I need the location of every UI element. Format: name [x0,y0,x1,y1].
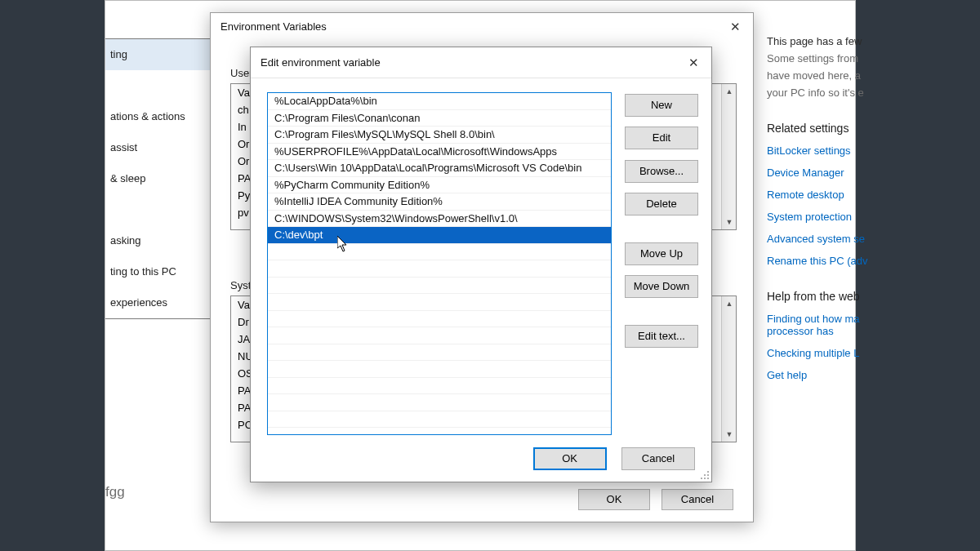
path-entry-empty[interactable] [268,294,611,311]
path-entry-empty[interactable] [268,327,611,344]
edit-text-button[interactable]: Edit text... [625,325,698,348]
path-entry-empty[interactable] [268,344,611,362]
path-entry-empty[interactable] [268,394,611,411]
close-icon[interactable]: ✕ [675,47,711,78]
path-entry[interactable]: %IntelliJ IDEA Community Edition% [268,193,611,211]
scroll-down-icon[interactable]: ▼ [722,427,737,442]
link-remote-desktop[interactable]: Remote desktop [767,189,979,201]
cancel-button[interactable]: Cancel [621,447,695,470]
path-entry-empty[interactable] [268,378,611,395]
path-entry-selected[interactable]: C:\dev\bpt [268,227,611,244]
path-entry[interactable]: C:\WINDOWS\System32\WindowsPowerShell\v1… [268,211,611,228]
intro-text: Some settings from [767,52,979,64]
settings-right-panel: This page has a few Some settings from h… [767,35,979,391]
path-entry-empty[interactable] [268,311,611,328]
move-down-button[interactable]: Move Down [625,275,698,298]
sidebar-item[interactable]: ations & actions [105,101,211,132]
path-entry-empty[interactable] [268,411,611,429]
intro-text: This page has a few [767,35,979,47]
help-header: Help from the web [767,290,979,303]
env-titlebar[interactable]: Environment Variables ✕ [211,13,753,41]
path-entry[interactable]: C:\Program Files\MySQL\MySQL Shell 8.0\b… [268,127,611,144]
scroll-up-icon[interactable]: ▲ [722,296,737,311]
path-entry-empty[interactable] [268,244,611,261]
env-cancel-button[interactable]: Cancel [662,489,733,510]
path-entry[interactable]: %USERPROFILE%\AppData\Local\Microsoft\Wi… [268,144,611,161]
ok-button[interactable]: OK [533,447,607,470]
new-button[interactable]: New [625,94,698,117]
sidebar-item[interactable] [105,194,211,225]
path-entry-empty[interactable] [268,278,611,295]
scroll-down-icon[interactable]: ▼ [722,215,737,229]
help-link[interactable]: Checking multiple L [767,347,979,359]
edit-titlebar[interactable]: Edit environment variable ✕ [251,47,711,78]
env-ok-button[interactable]: OK [578,489,650,510]
sidebar-item[interactable]: asking [105,225,211,256]
sidebar-item[interactable]: assist [105,132,211,163]
scrollbar[interactable]: ▲▼ [721,84,736,229]
env-title: Environment Variables [220,20,327,33]
edit-button[interactable]: Edit [625,127,698,149]
path-entry-empty[interactable] [268,260,611,278]
path-entry[interactable]: C:\Users\Win 10\AppData\Local\Programs\M… [268,160,611,177]
sidebar-item[interactable]: experiences [105,287,211,318]
resize-grip-icon[interactable] [698,469,710,480]
edit-environment-variable-dialog: Edit environment variable ✕ %LocalAppDat… [250,47,712,482]
link-bitlocker[interactable]: BitLocker settings [767,144,979,157]
delete-button[interactable]: Delete [625,193,698,216]
sidebar-item[interactable]: ting [105,39,211,70]
fgg-label: fgg [105,484,125,500]
intro-text: your PC info so it's e [767,87,979,99]
path-entries-list[interactable]: %LocalAppData%\bin C:\Program Files\Cona… [267,92,612,435]
sidebar-item[interactable]: ting to this PC [105,256,211,287]
close-icon[interactable]: ✕ [717,13,753,41]
link-advanced-system[interactable]: Advanced system se [767,233,979,245]
help-link[interactable]: Finding out how ma [767,313,979,325]
intro-text: have moved here, a [767,69,979,82]
edit-title: Edit environment variable [261,56,381,69]
sidebar-item[interactable] [105,70,211,101]
sidebar-item[interactable]: & sleep [105,163,211,194]
settings-sidebar: ting ations & actions assist & sleep ask… [105,38,212,319]
path-entry[interactable]: %LocalAppData%\bin [268,93,611,110]
browse-button[interactable]: Browse... [625,160,698,183]
link-device-manager[interactable]: Device Manager [767,167,979,179]
help-link[interactable]: processor has [767,325,979,337]
scrollbar[interactable]: ▲▼ [721,296,736,442]
link-system-protection[interactable]: System protection [767,211,979,223]
get-help-link[interactable]: Get help [767,369,979,381]
path-entry[interactable]: %PyCharm Community Edition% [268,177,611,194]
link-rename-pc[interactable]: Rename this PC (adv [767,255,979,267]
scroll-up-icon[interactable]: ▲ [722,84,737,99]
move-up-button[interactable]: Move Up [625,242,698,265]
path-entry-empty[interactable] [268,361,611,378]
path-entry[interactable]: C:\Program Files\Conan\conan [268,110,611,127]
related-settings-header: Related settings [767,122,979,135]
